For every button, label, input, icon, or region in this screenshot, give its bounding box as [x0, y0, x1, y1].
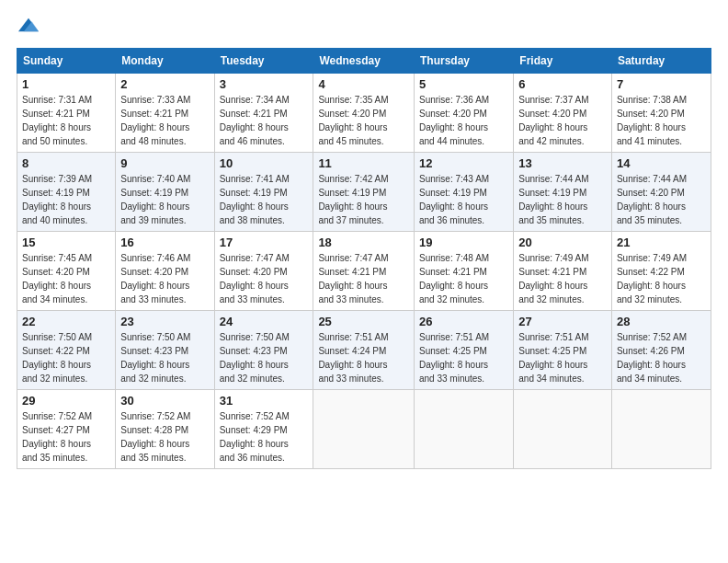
daylight-minutes: and 32 minutes.: [22, 373, 87, 384]
daylight-minutes: and 32 minutes.: [120, 373, 186, 384]
day-info: Sunrise: 7:37 AM Sunset: 4:20 PM Dayligh…: [518, 93, 607, 148]
sunrise-label: Sunrise: 7:36 AM: [419, 95, 489, 105]
day-info: Sunrise: 7:52 AM Sunset: 4:29 PM Dayligh…: [220, 409, 309, 465]
daylight-minutes: and 33 minutes.: [220, 294, 285, 304]
daylight-minutes: and 40 minutes.: [22, 215, 87, 225]
day-number: 6: [518, 77, 607, 91]
calendar-cell: 9 Sunrise: 7:40 AM Sunset: 4:19 PM Dayli…: [116, 153, 214, 232]
calendar-cell: 24 Sunrise: 7:50 AM Sunset: 4:23 PM Dayl…: [214, 311, 313, 390]
day-info: Sunrise: 7:49 AM Sunset: 4:22 PM Dayligh…: [617, 251, 706, 306]
day-info: Sunrise: 7:34 AM Sunset: 4:21 PM Dayligh…: [220, 93, 309, 148]
daylight-minutes: and 32 minutes.: [518, 294, 584, 304]
sunset-label: Sunset: 4:20 PM: [220, 267, 288, 277]
daylight-minutes: and 33 minutes.: [120, 294, 186, 304]
day-info: Sunrise: 7:51 AM Sunset: 4:24 PM Dayligh…: [318, 330, 409, 385]
sunset-label: Sunset: 4:19 PM: [518, 188, 586, 198]
day-info: Sunrise: 7:40 AM Sunset: 4:19 PM Dayligh…: [120, 172, 209, 227]
day-info: Sunrise: 7:47 AM Sunset: 4:20 PM Dayligh…: [220, 251, 309, 306]
calendar-cell: 14 Sunrise: 7:44 AM Sunset: 4:20 PM Dayl…: [611, 153, 711, 232]
daylight-minutes: and 50 minutes.: [22, 136, 87, 146]
calendar-cell: 27 Sunrise: 7:51 AM Sunset: 4:25 PM Dayl…: [514, 311, 612, 390]
day-number: 17: [220, 236, 309, 249]
daylight-label: Daylight: 8 hours: [22, 281, 91, 291]
sunset-label: Sunset: 4:27 PM: [22, 425, 90, 435]
daylight-minutes: and 32 minutes.: [419, 294, 484, 304]
sunrise-label: Sunrise: 7:37 AM: [518, 95, 588, 105]
day-number: 24: [220, 315, 309, 328]
sunset-label: Sunset: 4:20 PM: [518, 109, 586, 119]
sunrise-label: Sunrise: 7:52 AM: [22, 411, 92, 421]
day-info: Sunrise: 7:50 AM Sunset: 4:22 PM Dayligh…: [22, 330, 110, 385]
day-number: 4: [318, 77, 409, 91]
sunrise-label: Sunrise: 7:50 AM: [22, 332, 92, 342]
calendar-cell: 25 Sunrise: 7:51 AM Sunset: 4:24 PM Dayl…: [313, 311, 415, 390]
day-number: 21: [617, 236, 706, 249]
sunrise-label: Sunrise: 7:47 AM: [220, 253, 290, 263]
daylight-label: Daylight: 8 hours: [120, 122, 189, 132]
sunrise-label: Sunrise: 7:49 AM: [518, 253, 588, 263]
daylight-label: Daylight: 8 hours: [220, 360, 289, 370]
sunrise-label: Sunrise: 7:52 AM: [220, 411, 290, 421]
day-number: 26: [419, 315, 508, 328]
daylight-label: Daylight: 8 hours: [318, 122, 387, 132]
sunset-label: Sunset: 4:20 PM: [617, 109, 685, 119]
sunrise-label: Sunrise: 7:49 AM: [617, 253, 687, 263]
calendar-cell: 1 Sunrise: 7:31 AM Sunset: 4:21 PM Dayli…: [17, 74, 116, 153]
sunset-label: Sunset: 4:21 PM: [120, 109, 188, 119]
calendar-cell: 26 Sunrise: 7:51 AM Sunset: 4:25 PM Dayl…: [414, 311, 513, 390]
sunset-label: Sunset: 4:28 PM: [120, 425, 188, 435]
weekday-header-wednesday: Wednesday: [313, 49, 415, 74]
day-number: 12: [419, 156, 508, 170]
sunset-label: Sunset: 4:24 PM: [318, 346, 386, 356]
calendar-week-row: 29 Sunrise: 7:52 AM Sunset: 4:27 PM Dayl…: [17, 390, 711, 469]
daylight-minutes: and 34 minutes.: [22, 294, 87, 304]
daylight-minutes: and 35 minutes.: [120, 453, 186, 463]
day-info: Sunrise: 7:44 AM Sunset: 4:19 PM Dayligh…: [518, 172, 607, 227]
logo-icon: [18, 15, 39, 35]
calendar-cell: 7 Sunrise: 7:38 AM Sunset: 4:20 PM Dayli…: [611, 74, 711, 153]
calendar-week-row: 1 Sunrise: 7:31 AM Sunset: 4:21 PM Dayli…: [17, 74, 711, 153]
sunset-label: Sunset: 4:23 PM: [220, 346, 288, 356]
daylight-label: Daylight: 8 hours: [617, 281, 686, 291]
daylight-minutes: and 32 minutes.: [617, 294, 682, 304]
calendar-cell: [313, 390, 415, 469]
weekday-header-thursday: Thursday: [414, 49, 513, 74]
day-info: Sunrise: 7:47 AM Sunset: 4:21 PM Dayligh…: [318, 251, 409, 306]
day-number: 28: [617, 315, 706, 328]
calendar-cell: 12 Sunrise: 7:43 AM Sunset: 4:19 PM Dayl…: [414, 153, 513, 232]
daylight-minutes: and 45 minutes.: [318, 136, 383, 146]
daylight-label: Daylight: 8 hours: [220, 201, 289, 212]
sunset-label: Sunset: 4:21 PM: [419, 267, 487, 277]
daylight-minutes: and 33 minutes.: [419, 373, 484, 384]
sunrise-label: Sunrise: 7:52 AM: [120, 411, 190, 421]
day-info: Sunrise: 7:52 AM Sunset: 4:27 PM Dayligh…: [22, 409, 110, 465]
day-info: Sunrise: 7:52 AM Sunset: 4:26 PM Dayligh…: [617, 330, 706, 385]
sunset-label: Sunset: 4:21 PM: [518, 267, 586, 277]
sunset-label: Sunset: 4:19 PM: [120, 188, 188, 198]
sunrise-label: Sunrise: 7:34 AM: [220, 95, 290, 105]
daylight-label: Daylight: 8 hours: [617, 201, 686, 212]
daylight-label: Daylight: 8 hours: [318, 360, 387, 370]
daylight-label: Daylight: 8 hours: [617, 122, 686, 132]
day-number: 19: [419, 236, 508, 249]
sunset-label: Sunset: 4:25 PM: [419, 346, 487, 356]
day-info: Sunrise: 7:43 AM Sunset: 4:19 PM Dayligh…: [419, 172, 508, 227]
day-info: Sunrise: 7:41 AM Sunset: 4:19 PM Dayligh…: [220, 172, 309, 227]
sunrise-label: Sunrise: 7:51 AM: [318, 332, 388, 342]
sunrise-label: Sunrise: 7:42 AM: [318, 174, 388, 184]
calendar-cell: 11 Sunrise: 7:42 AM Sunset: 4:19 PM Dayl…: [313, 153, 415, 232]
day-number: 22: [22, 315, 110, 328]
daylight-label: Daylight: 8 hours: [419, 122, 488, 132]
day-number: 2: [120, 77, 209, 91]
daylight-label: Daylight: 8 hours: [617, 360, 686, 370]
sunset-label: Sunset: 4:20 PM: [617, 188, 685, 198]
sunrise-label: Sunrise: 7:35 AM: [318, 95, 388, 105]
sunset-label: Sunset: 4:21 PM: [22, 109, 90, 119]
calendar-cell: 31 Sunrise: 7:52 AM Sunset: 4:29 PM Dayl…: [214, 390, 313, 469]
daylight-label: Daylight: 8 hours: [419, 281, 488, 291]
calendar-header-row: SundayMondayTuesdayWednesdayThursdayFrid…: [17, 49, 711, 74]
daylight-label: Daylight: 8 hours: [22, 439, 91, 449]
day-number: 5: [419, 77, 508, 91]
daylight-label: Daylight: 8 hours: [120, 201, 189, 212]
daylight-label: Daylight: 8 hours: [22, 360, 91, 370]
